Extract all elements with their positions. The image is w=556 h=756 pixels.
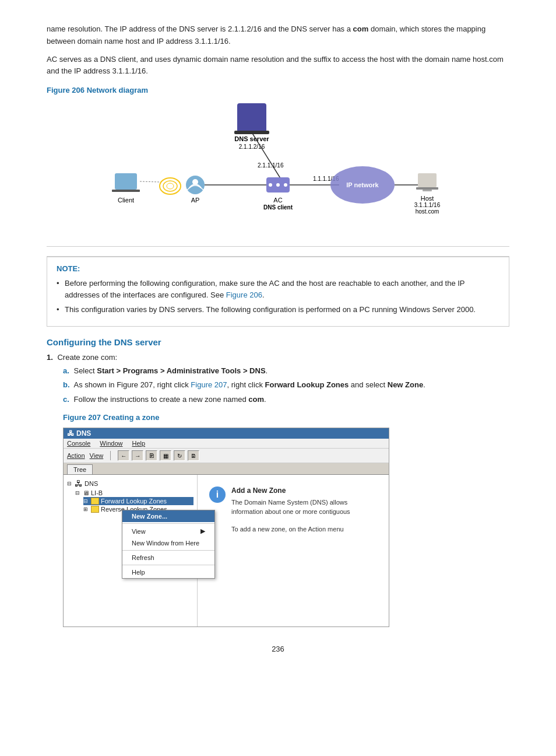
context-sep2 <box>122 550 214 551</box>
svg-text:DNS client: DNS client <box>263 204 293 211</box>
folder-icon-rev <box>91 506 99 513</box>
page-number: 236 <box>47 645 509 653</box>
svg-text:IP network: IP network <box>346 181 379 188</box>
svg-text:AC: AC <box>273 197 282 204</box>
figure206-label: Figure 206 Network diagram <box>47 86 509 94</box>
add-zone-box: i Add a New Zone The Domain Name System … <box>203 481 383 540</box>
intro-para1: name resolution. The IP address of the D… <box>47 23 509 48</box>
step-1b: b. As shown in Figure 207, right click F… <box>63 379 509 391</box>
toolbar-btn2[interactable]: ▦ <box>160 450 171 461</box>
separator-line <box>47 246 509 247</box>
tree-dns-root[interactable]: ⊟ 🖧 DNS <box>67 478 193 489</box>
tab-tree[interactable]: Tree <box>67 464 93 474</box>
toolbar-btn1[interactable]: 🖹 <box>146 450 157 461</box>
tree-forward-label: Forward Lookup Zones <box>101 498 167 505</box>
network-diagram: DNS server 2.1.1.2/16 2.1.1.1/16 Client … <box>109 100 447 235</box>
tree-expand-rev: ⊞ <box>83 506 89 512</box>
dns-title-text: DNS <box>76 429 91 438</box>
svg-text:DNS server: DNS server <box>234 135 269 142</box>
tree-lib[interactable]: ⊟ 🖥 LI-B <box>75 489 193 497</box>
add-zone-title: Add a New Zone <box>231 487 350 495</box>
page-content: name resolution. The IP address of the D… <box>47 23 509 653</box>
folder-icon-fwd <box>91 498 99 505</box>
tree-expand-root: ⊟ <box>67 481 73 487</box>
toolbar-action[interactable]: Action <box>67 452 85 459</box>
dns-root-icon: 🖧 <box>75 479 83 488</box>
toolbar-btn3[interactable]: ↻ <box>174 450 185 461</box>
menu-window[interactable]: Window <box>100 440 122 447</box>
toolbar-view[interactable]: View <box>90 452 104 459</box>
dns-toolbar: Action View ← → 🖹 ▦ ↻ 🗎 <box>64 449 389 463</box>
svg-point-18 <box>269 183 272 187</box>
tree-dns-label: DNS <box>85 480 98 487</box>
intro-para2: AC serves as a DNS client, and uses dyna… <box>47 54 509 78</box>
figure207-link[interactable]: Figure 207 <box>191 380 227 389</box>
tree-forward-lookup[interactable]: ⊟ Forward Lookup Zones <box>83 497 193 505</box>
dns-body: ⊟ 🖧 DNS ⊟ 🖥 LI-B ⊟ Forward Lookup Z <box>64 475 389 626</box>
tree-expand-fwd: ⊟ <box>83 498 89 504</box>
svg-rect-30 <box>423 190 432 191</box>
svg-text:AP: AP <box>191 197 200 204</box>
svg-point-19 <box>276 183 280 187</box>
dns-title-icon: 🖧 <box>67 429 74 438</box>
menu-help[interactable]: Help <box>132 440 145 447</box>
toolbar-forward[interactable]: → <box>132 450 143 461</box>
figure206-link[interactable]: Figure 206 <box>226 290 262 299</box>
svg-rect-6 <box>115 173 137 190</box>
context-new-zone[interactable]: New Zone... <box>122 510 214 522</box>
svg-text:Client: Client <box>118 197 134 204</box>
note-list: Before performing the following configur… <box>57 278 499 316</box>
note-item-2: This configuration varies by DNS servers… <box>57 304 499 316</box>
dns-tree-panel: ⊟ 🖧 DNS ⊟ 🖥 LI-B ⊟ Forward Lookup Z <box>64 475 198 626</box>
step-1c: c. Follow the instructions to create a n… <box>63 394 509 405</box>
dns-menubar: Console Window Help <box>64 439 389 449</box>
svg-text:Host: Host <box>421 195 434 202</box>
step1-alpha-list: a. Select Start > Programs > Administrat… <box>47 365 509 405</box>
context-new-window[interactable]: New Window from Here <box>122 537 214 549</box>
tab-strip: Tree <box>64 463 389 475</box>
svg-rect-0 <box>237 103 266 132</box>
svg-line-15 <box>140 181 160 182</box>
context-help[interactable]: Help <box>122 566 214 578</box>
menu-console[interactable]: Console <box>67 440 90 447</box>
dns-right-panel: i Add a New Zone The Domain Name System … <box>198 475 389 626</box>
svg-rect-7 <box>112 190 140 192</box>
svg-rect-29 <box>416 187 438 190</box>
step-1: 1. Create zone com: a. Select Start > Pr… <box>47 353 509 405</box>
svg-text:2.1.1.1/16: 2.1.1.1/16 <box>258 162 284 169</box>
svg-text:3.1.1.1/16: 3.1.1.1/16 <box>414 202 441 208</box>
svg-rect-28 <box>418 173 437 187</box>
context-sep1 <box>122 523 214 524</box>
svg-point-10 <box>163 181 177 191</box>
figure207-label: Figure 207 Creating a zone <box>47 413 509 422</box>
tree-expand-lib: ⊟ <box>75 490 81 496</box>
context-refresh[interactable]: Refresh <box>122 552 214 564</box>
context-view[interactable]: View▶ <box>122 525 214 537</box>
dns-titlebar: 🖧 DNS <box>64 428 389 439</box>
dns-window: 🖧 DNS Console Window Help Action View ← … <box>63 428 389 627</box>
network-diagram-svg: DNS server 2.1.1.2/16 2.1.1.1/16 Client … <box>109 100 447 235</box>
toolbar-btn4[interactable]: 🗎 <box>188 450 199 461</box>
add-zone-content: Add a New Zone The Domain Name System (D… <box>231 487 350 534</box>
context-sep3 <box>122 565 214 565</box>
note-box: NOTE: Before performing the following co… <box>47 256 509 327</box>
svg-point-20 <box>284 183 287 187</box>
svg-point-11 <box>167 183 174 189</box>
add-zone-desc: The Domain Name System (DNS) allows info… <box>231 498 350 534</box>
section-title: Configuring the DNS server <box>47 337 509 347</box>
note-label: NOTE: <box>57 264 499 273</box>
tree-lib-label: LI-B <box>91 489 103 496</box>
info-icon: i <box>209 487 226 503</box>
step-1a: a. Select Start > Programs > Administrat… <box>63 365 509 377</box>
steps-list: 1. Create zone com: a. Select Start > Pr… <box>47 353 509 405</box>
toolbar-back[interactable]: ← <box>118 450 129 461</box>
lib-icon: 🖥 <box>83 489 89 496</box>
svg-text:host.com: host.com <box>416 208 439 215</box>
note-item-1: Before performing the following configur… <box>57 278 499 300</box>
toolbar-buttons: ← → 🖹 ▦ ↻ 🗎 <box>118 450 199 461</box>
context-menu: New Zone... View▶ New Window from Here R… <box>122 510 215 579</box>
